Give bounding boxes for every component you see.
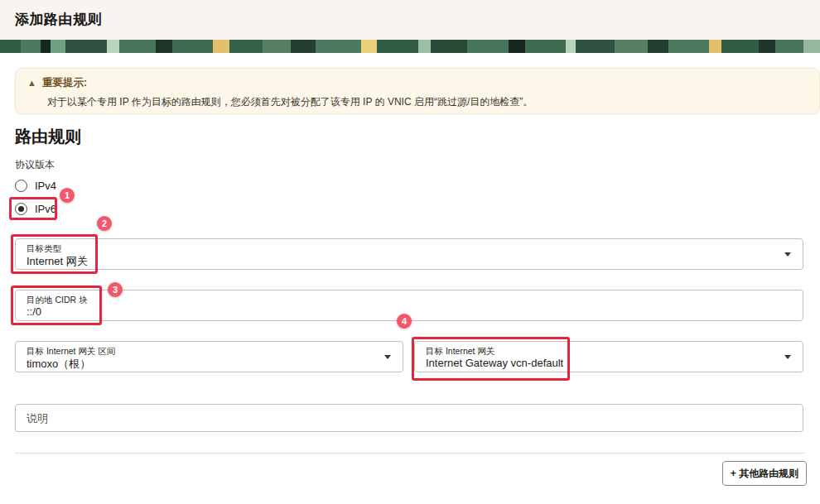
page-title: 添加路由规则 <box>15 10 102 29</box>
warning-triangle-icon: ▲ <box>27 78 36 88</box>
target-type-label: 目标类型 <box>27 243 61 255</box>
destination-cidr-label: 目的地 CIDR 块 <box>27 295 88 306</box>
decorative-camo-banner <box>0 40 820 53</box>
warning-title: 重要提示: <box>42 77 87 89</box>
add-another-rule-button[interactable]: + 其他路由规则 <box>722 461 807 486</box>
description-input[interactable] <box>15 404 803 432</box>
protocol-version-label: 协议版本 <box>15 158 55 172</box>
target-type-select[interactable]: 目标类型 Internet 网关 <box>15 238 803 270</box>
radio-unselected-icon[interactable] <box>15 180 27 192</box>
gateway-compartment-value: timoxo（根） <box>27 357 90 372</box>
warning-title-row: ▲重要提示: <box>27 76 808 90</box>
radio-selected-icon[interactable] <box>15 203 27 215</box>
target-gateway-value: Internet Gateway vcn-default <box>426 357 563 369</box>
page-header: 添加路由规则 <box>0 0 820 40</box>
target-gateway-label: 目标 Internet 网关 <box>426 346 494 358</box>
destination-cidr-input[interactable]: 目的地 CIDR 块 ::/0 <box>15 290 803 321</box>
target-type-value: Internet 网关 <box>27 254 88 269</box>
radio-ipv4-label: IPv4 <box>35 180 56 192</box>
radio-ipv6-label: IPv6 <box>35 203 56 215</box>
radio-ipv6[interactable]: IPv6 <box>15 203 56 215</box>
footer-divider <box>15 453 805 454</box>
annotation-badge-1: 1 <box>60 188 75 203</box>
warning-body: 对于以某个专用 IP 作为目标的路由规则，您必须首先对被分配了该专用 IP 的 … <box>47 95 808 109</box>
warning-banner: ▲重要提示: 对于以某个专用 IP 作为目标的路由规则，您必须首先对被分配了该专… <box>15 68 820 114</box>
chevron-down-icon[interactable] <box>784 252 791 257</box>
radio-ipv4[interactable]: IPv4 <box>15 180 56 192</box>
section-title: 路由规则 <box>15 126 81 148</box>
gateway-compartment-label: 目标 Internet 网关 区间 <box>27 346 115 358</box>
annotation-badge-2: 2 <box>97 216 112 231</box>
chevron-down-icon[interactable] <box>784 355 791 359</box>
gateway-compartment-select[interactable]: 目标 Internet 网关 区间 timoxo（根） <box>15 341 403 372</box>
target-gateway-select[interactable]: 目标 Internet 网关 Internet Gateway vcn-defa… <box>414 341 803 372</box>
chevron-down-icon[interactable] <box>384 355 391 359</box>
add-route-rule-page: 添加路由规则 ▲重要提示: 对于以某个专用 IP 作为目标的路由规则，您必须首先… <box>0 0 820 504</box>
destination-cidr-value: ::/0 <box>27 305 41 318</box>
